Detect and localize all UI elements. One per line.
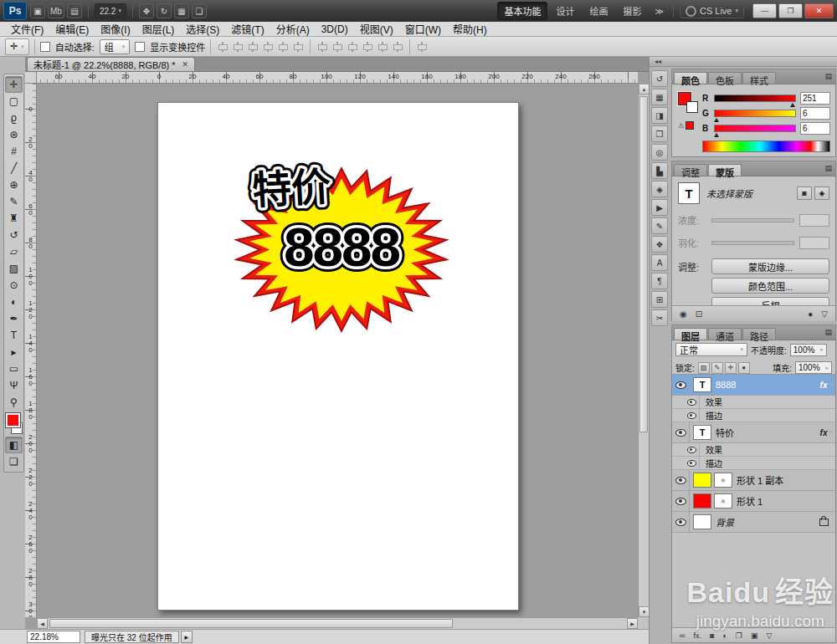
screen-mode-icon[interactable]: ❏ xyxy=(192,3,207,18)
disable-mask-icon[interactable]: ● xyxy=(808,309,813,319)
tab-channels[interactable]: 通道 xyxy=(708,328,742,340)
visibility-toggle[interactable] xyxy=(672,470,690,490)
layer-effects-row[interactable]: 效果 xyxy=(672,396,835,409)
paragraph-panel-icon[interactable]: ¶ xyxy=(651,273,668,289)
ruler-corner[interactable] xyxy=(25,72,37,84)
auto-align-layers-icon[interactable] xyxy=(415,41,429,53)
green-channel-value[interactable]: 6 xyxy=(800,107,830,120)
menu-item[interactable]: 图像(I) xyxy=(95,22,136,36)
history-panel-icon[interactable]: ↺ xyxy=(651,70,668,87)
horizontal-scrollbar[interactable]: ◀ ▶ xyxy=(37,617,638,629)
minimize-button[interactable]: — xyxy=(752,3,777,18)
pen-tool[interactable]: ✒ xyxy=(5,310,23,327)
tab-adjustments[interactable]: 调整 xyxy=(674,164,707,176)
visibility-toggle[interactable] xyxy=(672,491,690,511)
close-button[interactable]: ✕ xyxy=(804,3,834,18)
healing-brush-tool[interactable]: ⊕ xyxy=(5,176,23,193)
menu-item[interactable]: 3D(D) xyxy=(316,23,354,35)
workspace-overflow-button[interactable]: ≫ xyxy=(651,7,666,16)
auto-select-checkbox[interactable] xyxy=(40,42,50,52)
actions-panel-icon[interactable]: ▶ xyxy=(651,199,668,216)
clone-stamp-tool[interactable]: ♜ xyxy=(5,210,23,227)
slider-marker-icon[interactable] xyxy=(714,133,719,137)
view-extras-icon[interactable]: ▤ xyxy=(67,3,82,18)
density-value[interactable] xyxy=(799,214,829,227)
brush-panel-icon[interactable]: ❖ xyxy=(651,236,668,253)
add-pixel-mask-icon[interactable]: ◙ xyxy=(797,187,812,200)
histogram-panel-icon[interactable]: ▙ xyxy=(651,162,668,179)
gradient-tool[interactable]: ▨ xyxy=(5,260,23,277)
color-range-button[interactable]: 颜色范围... xyxy=(711,278,829,294)
fill-combo[interactable]: 100% ▸ xyxy=(795,361,832,374)
status-zoom-field[interactable]: 22.18% xyxy=(27,631,80,643)
apply-mask-icon[interactable]: ⊡ xyxy=(696,309,702,319)
layer-stroke-row[interactable]: 描边 xyxy=(672,409,835,422)
panel-menu-icon[interactable]: ▤ xyxy=(824,328,832,336)
shape-color-thumbnail[interactable] xyxy=(693,493,711,509)
layer-effects-row[interactable]: 效果 xyxy=(672,443,835,457)
delete-mask-icon[interactable]: ▽ xyxy=(821,309,828,319)
status-menu-button[interactable]: ▶ xyxy=(181,631,193,643)
layer-row-tejia[interactable]: T 特价 fx▾ xyxy=(672,422,835,443)
new-group-icon[interactable]: ❐ xyxy=(736,631,742,640)
tab-layers[interactable]: 图层 xyxy=(674,328,707,340)
scroll-right-arrow[interactable]: ▶ xyxy=(627,618,638,629)
align-vertical-centers-icon[interactable] xyxy=(231,41,244,53)
layer-row-background[interactable]: 背景 xyxy=(672,512,835,533)
workspace-button[interactable]: 摄影 xyxy=(616,2,648,20)
horizontal-scroll-thumb[interactable] xyxy=(49,619,453,628)
hand-nav-icon[interactable]: ✥ xyxy=(139,3,154,18)
lock-image-pixels-icon[interactable]: ✎ xyxy=(711,362,723,374)
visibility-toggle[interactable] xyxy=(672,375,690,395)
panel-menu-icon[interactable]: ▤ xyxy=(824,164,832,172)
menu-item[interactable]: 视图(V) xyxy=(354,22,399,36)
stroke-effect-label[interactable]: 描边 xyxy=(706,409,722,422)
align-horizontal-centers-icon[interactable] xyxy=(276,41,290,53)
red-channel-slider[interactable] xyxy=(714,95,796,102)
align-right-edges-icon[interactable] xyxy=(291,41,305,53)
eraser-tool[interactable]: ▱ xyxy=(5,243,23,260)
layer-comps-panel-icon[interactable]: ❐ xyxy=(651,125,668,142)
lock-position-icon[interactable]: ✛ xyxy=(725,362,737,374)
workspace-button[interactable]: 设计 xyxy=(549,2,581,20)
link-layers-icon[interactable]: ∞ xyxy=(680,631,685,640)
gamut-warning-icon[interactable]: ⚠ xyxy=(678,121,694,130)
green-channel-slider[interactable] xyxy=(714,110,796,117)
text-layer-thumbnail[interactable]: T xyxy=(693,425,711,440)
horizontal-ruler[interactable]: 6040200204060801001201401601802002202402… xyxy=(37,72,638,84)
tool-presets-panel-icon[interactable]: ✎ xyxy=(651,217,668,234)
tab-paths[interactable]: 路径 xyxy=(742,328,776,340)
layer-fx-badge[interactable]: fx▾ xyxy=(820,428,832,437)
lock-all-icon[interactable]: ● xyxy=(738,362,750,374)
mask-edge-button[interactable]: 蒙版边缘... xyxy=(711,258,829,274)
quick-mask-button[interactable]: ◧ xyxy=(5,437,23,453)
arrange-documents-icon[interactable]: ▦ xyxy=(174,3,189,18)
effects-label[interactable]: 效果 xyxy=(706,443,722,456)
layer-style-icon[interactable]: fx. xyxy=(693,631,701,640)
stroke-effect-label[interactable]: 描边 xyxy=(706,457,722,469)
navigator-panel-icon[interactable]: ◈ xyxy=(651,181,668,197)
zoom-level-control[interactable]: 22.2 ▾ xyxy=(95,3,126,18)
vector-mask-thumbnail[interactable]: ✶ xyxy=(714,473,732,488)
layer-name[interactable]: 特价 xyxy=(716,426,820,439)
screen-mode-button[interactable]: ❏ xyxy=(5,453,23,470)
info-panel-icon[interactable]: ◎ xyxy=(651,144,668,161)
visibility-toggle[interactable] xyxy=(684,409,700,422)
layer-name[interactable]: 形状 1 副本 xyxy=(737,473,835,487)
character-panel-icon[interactable]: A xyxy=(651,254,668,271)
type-tool[interactable]: T xyxy=(5,327,23,344)
path-selection-tool[interactable]: ▸ xyxy=(5,344,23,360)
add-layer-mask-icon[interactable]: ◙ xyxy=(710,631,714,640)
notes-panel-icon[interactable]: ✂ xyxy=(651,309,668,326)
new-layer-icon[interactable]: ▣ xyxy=(751,631,758,640)
layer-fx-badge[interactable]: fx▾ xyxy=(820,381,832,390)
lock-transparent-pixels-icon[interactable]: ▨ xyxy=(698,362,710,374)
load-selection-from-mask-icon[interactable]: ◉ xyxy=(680,309,687,319)
foreground-color-swatch[interactable] xyxy=(6,413,20,427)
crop-tool[interactable]: # xyxy=(5,143,23,160)
distribute-left-edges-icon[interactable] xyxy=(361,41,374,53)
tab-styles[interactable]: 样式 xyxy=(742,72,776,84)
density-slider[interactable] xyxy=(711,218,794,222)
visibility-toggle[interactable] xyxy=(684,443,700,456)
tab-color[interactable]: 颜色 xyxy=(674,72,707,84)
